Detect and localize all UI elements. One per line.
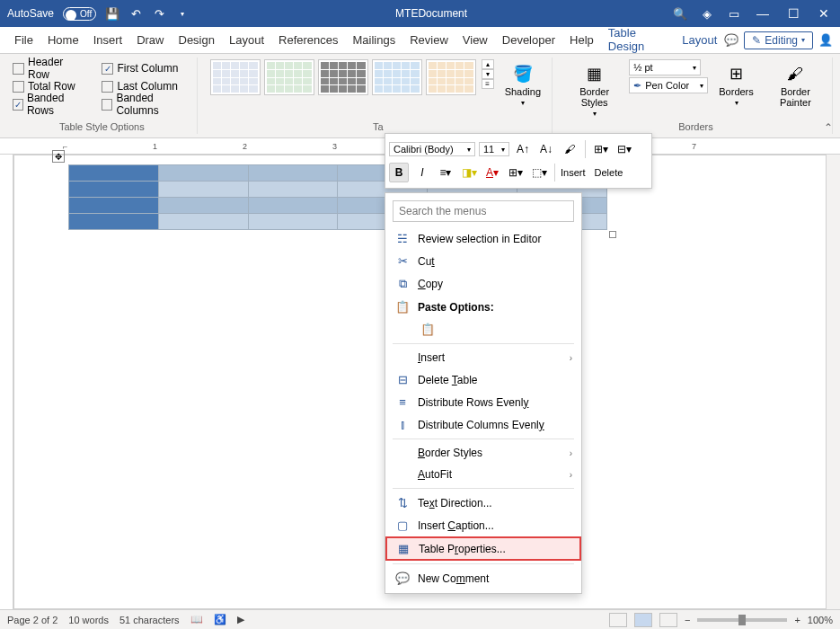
tab-insert[interactable]: Insert [86,29,130,51]
tab-layout-contextual[interactable]: Layout [675,29,724,51]
minimize-button[interactable]: — [754,6,772,21]
ribbon-display-icon[interactable]: ▭ [727,6,741,21]
tab-home[interactable]: Home [40,29,86,51]
collapse-ribbon-icon[interactable]: ⌃ [824,121,833,134]
zoom-out-button[interactable]: − [685,615,690,625]
tab-layout[interactable]: Layout [222,29,271,51]
save-icon[interactable]: 💾 [105,6,119,21]
context-search-input[interactable] [393,200,574,222]
font-combo[interactable]: Calibri (Body)▾ [389,142,475,156]
table-resize-handle[interactable] [609,231,616,238]
styles-mini-button[interactable]: ⬚▾ [529,163,549,182]
font-size-combo[interactable]: 11▾ [479,142,509,156]
shading-button[interactable]: 🪣 Shading ▾ [500,59,546,111]
border-painter-button[interactable]: 🖌 Border Painter [765,59,827,111]
paste-icon: 📋 [420,323,436,336]
status-words[interactable]: 10 words [68,615,109,625]
share-icon[interactable]: 👤 [818,33,833,47]
maximize-button[interactable]: ☐ [784,6,802,21]
status-chars[interactable]: 51 characters [119,615,180,625]
ctx-dist-rows[interactable]: ≡Distribute Rows Evenly [385,391,581,413]
status-page[interactable]: Page 2 of 2 [7,615,57,625]
increase-font-icon[interactable]: A↑ [513,139,533,159]
qat-dropdown-icon[interactable]: ▾ [175,6,190,21]
pen-icon: ✒ [633,80,641,92]
ctx-text-direction[interactable]: ⇅Text Direction... [385,492,581,514]
close-button[interactable]: ✕ [815,6,833,21]
borders-button[interactable]: ⊞ Borders ▾ [713,59,759,111]
format-painter-icon[interactable]: 🖌 [560,139,579,159]
gallery-scroll[interactable]: ▴▾≡ [482,59,494,89]
ctx-delete-table[interactable]: ⊟Delete Table [385,368,581,391]
undo-icon[interactable]: ↶ [128,6,143,21]
borders-mini-button[interactable]: ⊞▾ [506,163,526,182]
tab-draw[interactable]: Draw [129,29,171,51]
ctx-autofit[interactable]: AutoFit› [385,464,581,485]
autosave-toggle[interactable]: Off [63,7,96,21]
opt-first-column[interactable]: First Column [102,59,190,77]
macro-icon[interactable]: ▶ [237,614,244,625]
tab-file[interactable]: File [7,29,40,51]
ctx-border-styles[interactable]: Border Styles› [385,442,581,464]
border-styles-button[interactable]: ▦ Border Styles ▾ [565,59,623,121]
insert-table-icon[interactable]: ⊞▾ [591,139,611,159]
opt-banded-columns[interactable]: Banded Columns [102,95,190,113]
ctx-insert[interactable]: Insert› [385,347,581,368]
chevron-right-icon: › [570,470,572,480]
style-thumb-3[interactable] [318,59,368,95]
style-thumb-2[interactable] [264,59,314,95]
editing-mode[interactable]: ✎ Editing ▾ [744,31,813,49]
zoom-slider[interactable] [697,618,787,622]
table-styles-gallery[interactable] [210,59,476,95]
print-layout-button[interactable] [634,613,652,627]
tab-references[interactable]: References [271,29,345,51]
chevron-down-icon: ▾ [593,110,597,118]
redo-icon[interactable]: ↷ [152,6,166,21]
ctx-copy[interactable]: ⧉Copy [385,272,581,296]
table-move-handle[interactable]: ✥ [52,150,65,163]
focus-view-button[interactable] [609,613,627,627]
highlight-button[interactable]: ◨▾ [459,163,479,182]
delete-table-icon[interactable]: ⊟▾ [615,139,634,159]
context-search[interactable] [393,200,574,222]
accessibility-icon[interactable]: ♿ [214,614,226,625]
ctx-insert-caption[interactable]: ▢Insert Caption... [385,514,581,536]
bold-button[interactable]: B [389,163,409,182]
decrease-font-icon[interactable]: A↓ [536,139,556,159]
align-button[interactable]: ≡▾ [436,163,455,182]
font-color-button[interactable]: A▾ [482,163,502,182]
tab-developer[interactable]: Developer [495,29,562,51]
tab-view[interactable]: View [455,29,495,51]
tab-design[interactable]: Design [172,29,222,51]
spellcheck-icon[interactable]: 📖 [190,614,203,625]
tab-mailings[interactable]: Mailings [346,29,403,51]
border-width-combo[interactable]: ½ pt▾ [629,59,701,75]
ctx-new-comment[interactable]: 💬New Comment [385,567,581,589]
italic-button[interactable]: I [412,163,432,182]
web-layout-button[interactable] [659,613,677,627]
ctx-table-properties[interactable]: ▦Table Properties... [385,536,581,561]
ctx-review-editor[interactable]: ☵Review selection in Editor [385,227,581,250]
opt-header-row[interactable]: Header Row [13,59,87,77]
style-thumb-1[interactable] [210,59,261,95]
zoom-level[interactable]: 100% [808,615,833,625]
style-thumb-5[interactable] [426,59,476,95]
pen-color-combo[interactable]: ✒Pen Color▾ [629,77,708,93]
diamond-icon[interactable]: ◈ [700,6,714,21]
tab-review[interactable]: Review [402,29,455,51]
editor-icon: ☵ [394,232,411,245]
search-icon[interactable]: 🔍 [673,6,687,21]
zoom-in-button[interactable]: + [794,615,800,625]
vertical-ruler[interactable] [0,155,13,609]
style-thumb-4[interactable] [372,59,422,95]
comments-icon[interactable]: 💬 [724,33,738,47]
tab-help[interactable]: Help [562,29,601,51]
status-bar: Page 2 of 2 10 words 51 characters 📖 ♿ ▶… [0,609,840,629]
ctx-cut[interactable]: ✂Cut [385,250,581,272]
ctx-paste-keep-source[interactable]: 📋 [385,318,581,341]
group-table-style-options: Header Row Total Row Banded Rows First C… [7,58,198,134]
title-bar: AutoSave Off 💾 ↶ ↷ ▾ MTEDocument 🔍 ◈ ▭ —… [0,0,840,27]
opt-banded-rows[interactable]: Banded Rows [13,95,87,113]
ctx-dist-cols[interactable]: ⫿Distribute Columns Evenly [385,413,581,436]
pen-color-label: Pen Color [645,80,689,91]
